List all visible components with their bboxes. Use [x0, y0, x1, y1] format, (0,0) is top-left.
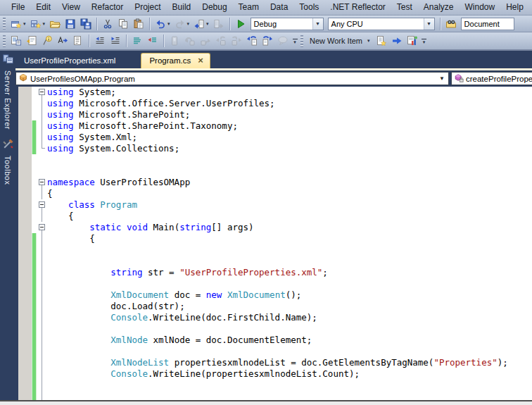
toolbar-grip[interactable]	[3, 35, 6, 47]
menu-item-tools[interactable]: Tools	[293, 0, 324, 15]
chevron-down-icon[interactable]: ▼	[424, 18, 434, 30]
code-line[interactable]: Console.WriteLine(propertiesxmlnodeList.…	[18, 368, 532, 380]
navigate-backward-dropdown-arrow[interactable]: ▾	[206, 21, 209, 27]
members-dropdown[interactable]: createProfileProperties(SPSite site, str…	[451, 72, 532, 85]
toolbar-overflow-button[interactable]: ▾	[291, 34, 299, 48]
toolbar-grip[interactable]	[300, 35, 303, 47]
menu-item-window[interactable]: Window	[460, 0, 501, 15]
publish-icon[interactable]	[389, 34, 405, 48]
display-quick-info-icon[interactable]	[39, 34, 55, 48]
next-bookmark-in-document-icon[interactable]	[260, 34, 275, 48]
navigate-backward-icon[interactable]: ▾	[191, 17, 211, 31]
code-line[interactable]: using System;	[18, 87, 532, 98]
add-new-item-dropdown-arrow[interactable]: ▾	[43, 21, 46, 27]
menu-item-build[interactable]: Build	[167, 0, 197, 15]
fold-toggle-icon[interactable]	[39, 179, 45, 185]
save-icon[interactable]	[63, 17, 78, 31]
new-work-item-dropdown[interactable]: New Work Item▾	[306, 34, 374, 48]
chevron-down-icon[interactable]: ▼	[312, 18, 323, 30]
toolbar-overflow-button[interactable]: ▾	[420, 34, 429, 48]
comment-selection-icon[interactable]	[129, 34, 145, 48]
toolbar-grip[interactable]	[3, 18, 6, 30]
cut-icon[interactable]	[100, 17, 115, 31]
copy-icon[interactable]	[115, 17, 131, 31]
previous-bookmark-in-document-icon[interactable]	[244, 34, 260, 48]
menu-item-file[interactable]: File	[6, 0, 30, 15]
next-bookmark-in-folder-icon[interactable]	[229, 34, 244, 48]
new-project-icon[interactable]: ▾	[8, 17, 28, 31]
create-work-item-icon[interactable]	[374, 34, 389, 48]
code-line[interactable]: {	[18, 188, 532, 199]
menu-item-debug[interactable]: Debug	[196, 0, 232, 15]
add-new-item-icon[interactable]: ▾	[28, 17, 48, 31]
code-editor[interactable]: using System;using Microsoft.Office.Serv…	[15, 87, 532, 405]
code-line[interactable]: using System.Xml;	[18, 132, 532, 143]
code-line[interactable]: doc.Load(str);	[18, 301, 532, 312]
fold-toggle-icon[interactable]	[39, 89, 45, 95]
close-icon[interactable]: ×	[198, 57, 203, 64]
code-line[interactable]: {	[18, 233, 532, 244]
save-all-icon[interactable]	[78, 17, 94, 31]
menu-item-analyze[interactable]: Analyze	[418, 0, 460, 15]
new-project-dropdown-arrow[interactable]: ▾	[23, 21, 26, 27]
code-line[interactable]	[18, 154, 532, 166]
tool-tab-toolbox[interactable]: Toolbox	[2, 138, 14, 185]
previous-bookmark-in-folder-icon[interactable]	[213, 34, 229, 48]
work-item-query-icon[interactable]	[405, 34, 420, 48]
fold-toggle-icon[interactable]	[39, 201, 45, 208]
previous-bookmark-icon[interactable]	[182, 34, 198, 48]
tool-tab-server-explorer[interactable]: Server Explorer	[2, 53, 14, 130]
menu-item-team[interactable]: Team	[233, 0, 265, 15]
code-line[interactable]: using System.Collections;	[18, 143, 532, 154]
menu-item-test[interactable]: Test	[391, 0, 418, 15]
undo-dropdown-arrow[interactable]: ▾	[167, 21, 170, 27]
document-tab-program-cs[interactable]: Program.cs×	[141, 53, 210, 68]
code-line[interactable]	[18, 256, 532, 267]
code-line[interactable]	[18, 323, 532, 335]
menu-item-refactor[interactable]: Refactor	[86, 0, 129, 15]
menu-item-net-reflector[interactable]: .NET Reflector	[324, 0, 391, 15]
speech-bubble-icon[interactable]	[275, 34, 291, 48]
code-line[interactable]	[18, 166, 532, 177]
fold-toggle-icon[interactable]	[39, 224, 45, 230]
code-line[interactable]: XmlDocument doc = new XmlDocument();	[18, 289, 532, 301]
uncomment-selection-icon[interactable]	[145, 34, 160, 48]
code-line[interactable]	[18, 346, 532, 357]
code-line[interactable]: Console.WriteLine(doc.FirstChild.Name);	[18, 312, 532, 323]
code-line[interactable]: {	[18, 211, 532, 222]
start-debugging-icon[interactable]	[233, 17, 248, 31]
document-tab-userprofileproperties-xml[interactable]: UserProfileProperties.xml	[18, 53, 131, 68]
solution-configurations-combo[interactable]: Debug▼	[251, 18, 324, 30]
redo-icon[interactable]: ▾	[172, 17, 192, 31]
display-word-completion-icon[interactable]	[55, 34, 70, 48]
navigate-forward-icon[interactable]	[211, 17, 227, 31]
find-in-files-icon[interactable]	[443, 17, 459, 31]
code-line[interactable]: class Program	[18, 199, 532, 211]
open-file-icon[interactable]	[47, 17, 63, 31]
code-line[interactable]: using Microsoft.SharePoint.Taxonomy;	[18, 120, 532, 132]
display-parameter-info-icon[interactable]	[24, 34, 39, 48]
code-line[interactable]: static void Main(string[] args)	[18, 222, 532, 233]
chevron-down-icon[interactable]: ▼	[439, 75, 447, 82]
code-line[interactable]: string str = "UserProfileProperties.xml"…	[18, 267, 532, 278]
next-bookmark-icon[interactable]	[198, 34, 213, 48]
menu-item-view[interactable]: View	[56, 0, 86, 15]
display-outline-icon[interactable]	[70, 34, 86, 48]
decrease-indent-icon[interactable]	[92, 34, 108, 48]
menu-item-project[interactable]: Project	[129, 0, 166, 15]
code-line[interactable]: XmlNode xmlNode = doc.DocumentElement;	[18, 335, 532, 346]
code-line[interactable]: XmlNodeList propertiesxmlnodeList = doc.…	[18, 357, 532, 368]
find-combo[interactable]: Document	[461, 18, 514, 30]
code-line[interactable]	[18, 244, 532, 256]
toggle-bookmark-icon[interactable]	[167, 34, 182, 48]
increase-indent-icon[interactable]	[108, 34, 123, 48]
code-line[interactable]	[18, 380, 532, 391]
code-line[interactable]: using Microsoft.SharePoint;	[18, 109, 532, 120]
code-line[interactable]	[18, 278, 532, 289]
solution-platforms-combo[interactable]: Any CPU▼	[328, 18, 435, 30]
redo-dropdown-arrow[interactable]: ▾	[187, 21, 190, 27]
paste-icon[interactable]	[131, 17, 146, 31]
code-line[interactable]: using Microsoft.Office.Server.UserProfil…	[18, 98, 532, 109]
menu-item-help[interactable]: Help	[500, 0, 529, 15]
types-dropdown[interactable]: UserProfilesOMApp.Program ▼	[15, 72, 449, 85]
